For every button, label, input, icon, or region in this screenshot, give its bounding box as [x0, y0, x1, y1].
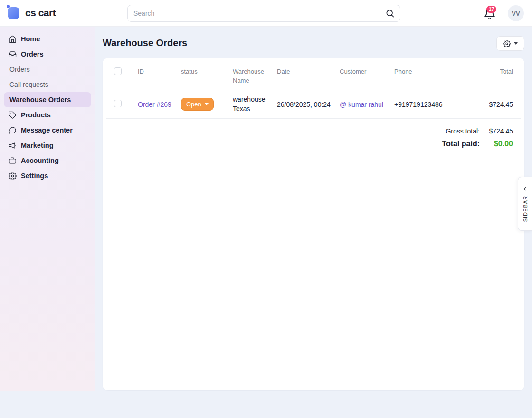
right-sidebar-toggle[interactable]: SIDEBAR: [518, 177, 532, 231]
order-date: 26/08/2025, 00:24: [277, 101, 340, 108]
inbox-icon: [9, 50, 17, 58]
topbar: cs cart 17 VV: [0, 0, 532, 27]
sidebar-item-label: Home: [21, 35, 40, 43]
sidebar-item-label: Marketing: [21, 142, 54, 149]
column-header-status: status: [181, 67, 233, 76]
sidebar-item-marketing[interactable]: Marketing: [0, 138, 95, 153]
sidebar-item-label: Call requests: [10, 81, 48, 88]
user-avatar[interactable]: VV: [508, 5, 524, 21]
chevron-left-icon: [522, 186, 528, 192]
column-header-customer: Customer: [340, 67, 394, 76]
column-header-date: Date: [277, 67, 340, 76]
gross-total-value: $724.45: [484, 127, 513, 135]
customer-phone: +919719123486: [394, 101, 456, 108]
order-total: $724.45: [456, 101, 513, 108]
tag-icon: [9, 111, 17, 119]
sidebar-item-label: Accounting: [21, 157, 59, 164]
sidebar-item-label: Settings: [21, 172, 48, 180]
chevron-down-icon: [205, 103, 209, 105]
select-all-checkbox[interactable]: [114, 67, 122, 75]
total-paid-label: Total paid:: [442, 140, 480, 148]
sidebar-item-products[interactable]: Products: [0, 107, 95, 123]
sidebar-item-label: Message center: [21, 126, 73, 134]
order-row: Order #269 Open warehouse Texas 26/08/20…: [106, 90, 521, 119]
warehouse-name: warehouse Texas: [233, 95, 277, 114]
sidebar: Home Orders Orders Call requests Warehou…: [0, 27, 95, 391]
page-title: Warehouse Orders: [103, 38, 187, 48]
megaphone-icon: [9, 142, 17, 150]
sidebar-item-message-center[interactable]: Message center: [0, 123, 95, 138]
sidebar-item-orders-sub[interactable]: Orders: [0, 62, 95, 77]
sidebar-item-settings[interactable]: Settings: [0, 168, 95, 183]
gross-total-label: Gross total:: [446, 127, 480, 135]
sidebar-item-orders[interactable]: Orders: [0, 47, 95, 62]
cscart-logo-icon: [8, 6, 20, 19]
order-id-link[interactable]: Order #269: [138, 101, 171, 108]
status-badge-label: Open: [186, 101, 201, 108]
totals-section: Gross total: $724.45 Total paid: $0.00: [106, 127, 521, 148]
sidebar-item-warehouse-orders[interactable]: Warehouse Orders: [4, 92, 91, 107]
sidebar-item-call-requests[interactable]: Call requests: [0, 77, 95, 92]
sidebar-item-accounting[interactable]: Accounting: [0, 153, 95, 168]
customer-link[interactable]: @ kumar rahul: [340, 101, 383, 108]
sidebar-item-label: Products: [21, 111, 51, 119]
total-paid-value: $0.00: [484, 140, 513, 148]
logo-text: cs cart: [25, 7, 56, 19]
sidebar-item-home[interactable]: Home: [0, 31, 95, 47]
wallet-icon: [9, 157, 17, 165]
column-header-id: ID: [138, 67, 181, 76]
column-header-phone: Phone: [394, 67, 456, 76]
sidebar-item-label: Warehouse Orders: [10, 96, 71, 104]
search-input[interactable]: [127, 5, 400, 22]
chevron-down-icon: [514, 42, 518, 45]
search-icon[interactable]: [385, 9, 395, 18]
settings-dropdown-button[interactable]: [496, 36, 524, 51]
search-bar: [127, 5, 400, 22]
notification-count-badge: 17: [486, 6, 496, 13]
home-icon: [9, 35, 17, 43]
sidebar-item-label: Orders: [10, 66, 30, 73]
table-header-row: ID status Warehouse Name Date Customer P…: [106, 58, 521, 90]
row-checkbox[interactable]: [114, 100, 122, 107]
sidebar-item-label: Orders: [21, 50, 44, 58]
gear-icon: [503, 40, 511, 48]
order-status-dropdown[interactable]: Open: [181, 98, 214, 111]
gear-icon: [9, 172, 17, 180]
right-sidebar-toggle-label: SIDEBAR: [522, 196, 528, 222]
column-header-warehouse-name: Warehouse Name: [233, 67, 277, 86]
column-header-total: Total: [456, 67, 513, 76]
chat-icon: [9, 126, 17, 134]
logo[interactable]: cs cart: [8, 6, 56, 19]
orders-card: ID status Warehouse Name Date Customer P…: [103, 58, 524, 390]
